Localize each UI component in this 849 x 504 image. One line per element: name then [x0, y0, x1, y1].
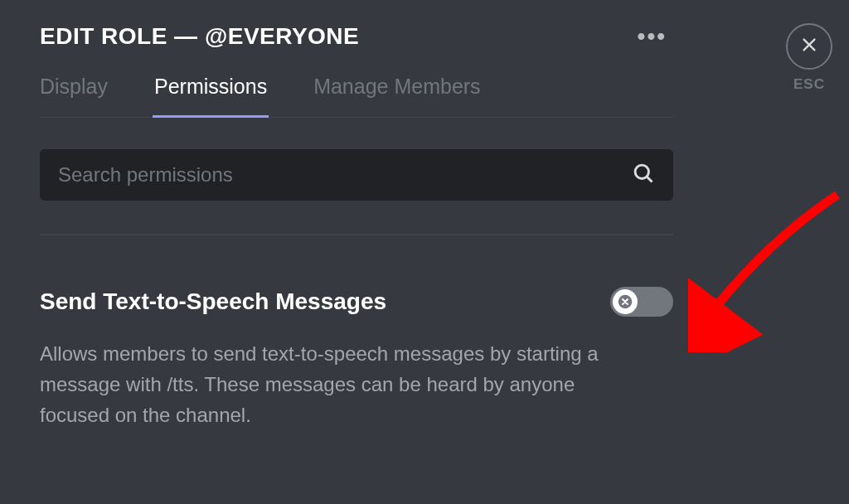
close-area: ESC: [786, 23, 832, 93]
header: EDIT ROLE — @EVERYONE •••: [40, 23, 673, 50]
tts-toggle[interactable]: [610, 287, 673, 317]
tabs: Display Permissions Manage Members: [40, 75, 673, 118]
more-icon[interactable]: •••: [638, 23, 667, 50]
permission-title: Send Text-to-Speech Messages: [40, 288, 386, 315]
esc-label: ESC: [786, 76, 832, 93]
tab-display[interactable]: Display: [40, 75, 108, 117]
permission-description: Allows members to send text-to-speech me…: [40, 338, 645, 431]
svg-point-0: [635, 165, 648, 178]
search-icon: [632, 162, 655, 188]
search-input[interactable]: [58, 163, 632, 187]
search-bar[interactable]: [40, 149, 673, 201]
tab-manage-members[interactable]: Manage Members: [313, 75, 480, 117]
tab-permissions[interactable]: Permissions: [154, 75, 267, 117]
divider: [40, 234, 673, 235]
toggle-knob: [613, 289, 638, 314]
close-icon: [618, 294, 633, 309]
close-icon: [800, 34, 818, 60]
svg-line-1: [647, 177, 652, 182]
permission-row: Send Text-to-Speech Messages: [40, 287, 673, 317]
page-title: EDIT ROLE — @EVERYONE: [40, 23, 359, 50]
close-button[interactable]: [786, 23, 832, 70]
